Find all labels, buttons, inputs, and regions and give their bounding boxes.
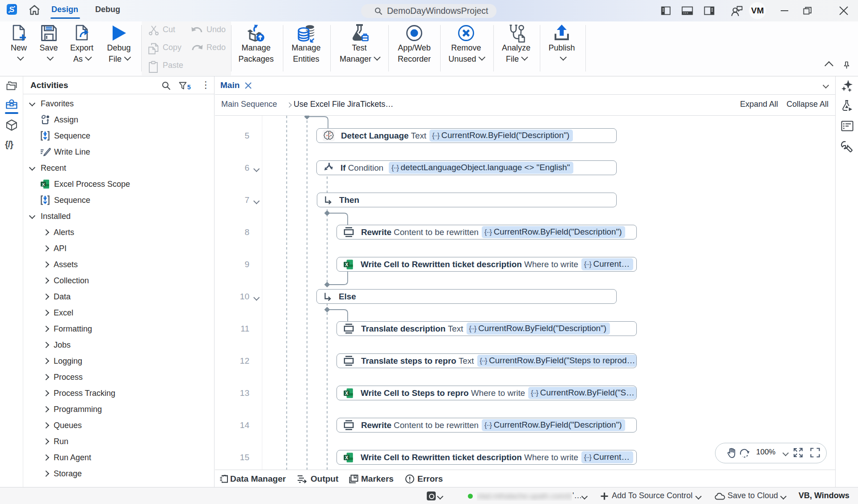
svg-text:S: S [9,5,14,14]
svg-text:X: X [42,182,45,187]
svg-text:X: X [345,455,348,460]
svg-text:X: X [345,262,348,267]
svg-text:X: X [345,391,348,395]
